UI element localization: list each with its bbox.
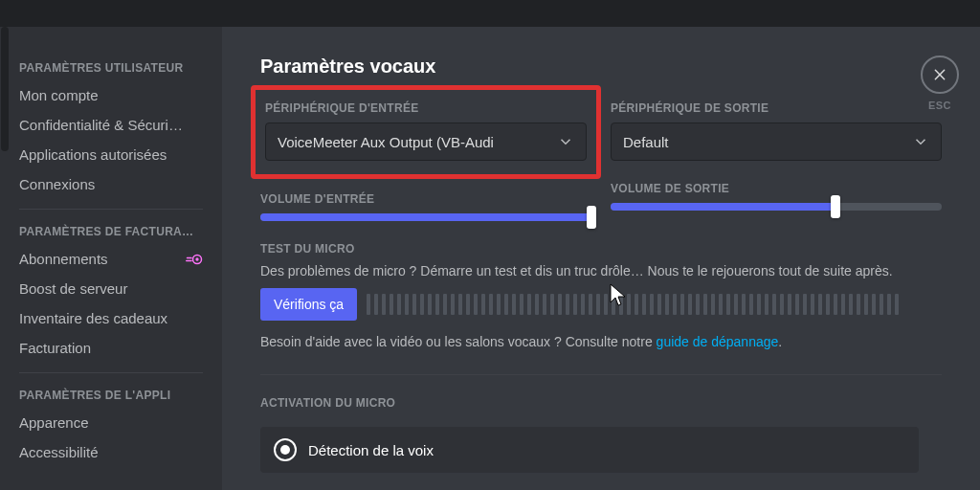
output-volume-label: VOLUME DE SORTIE [611, 182, 942, 195]
mic-test-label: TEST DU MICRO [260, 242, 942, 256]
sidebar-scrollbar-thumb[interactable] [1, 27, 9, 151]
sidebar-separator [19, 209, 203, 210]
settings-content: ESC Paramètres vocaux PÉRIPHÉRIQUE D'ENT… [222, 27, 980, 490]
settings-sidebar: PARAMÈTRES UTILISATEUR Mon compte Confid… [0, 27, 222, 490]
chevron-down-icon [557, 133, 574, 150]
mic-test-desc: Des problèmes de micro ? Démarre un test… [260, 263, 942, 278]
slider-thumb[interactable] [831, 195, 840, 218]
input-device-label: PÉRIPHÉRIQUE D'ENTRÉE [265, 101, 587, 115]
output-device-value: Default [623, 134, 669, 150]
input-volume-slider[interactable] [260, 213, 591, 221]
output-volume-slider[interactable] [611, 203, 942, 211]
sidebar-item-appearance[interactable]: Apparence [10, 408, 212, 437]
mic-test-button[interactable]: Vérifions ça [260, 288, 357, 321]
sidebar-item-authorized-apps[interactable]: Applications autorisées [10, 140, 212, 169]
troubleshoot-link[interactable]: guide de dépannage [657, 334, 779, 349]
output-device-select[interactable]: Default [611, 122, 942, 161]
chevron-down-icon [912, 133, 929, 150]
input-volume-label: VOLUME D'ENTRÉE [260, 192, 591, 206]
sidebar-item-privacy[interactable]: Confidentialité & Sécuri… [10, 110, 212, 140]
esc-label: ESC [921, 100, 959, 111]
sidebar-group-billing: PARAMÈTRES DE FACTURA… [10, 219, 212, 244]
section-separator [260, 374, 942, 375]
output-device-label: PÉRIPHÉRIQUE DE SORTIE [611, 101, 942, 115]
sidebar-item-billing[interactable]: Facturation [10, 333, 212, 363]
mic-activation-label: ACTIVATION DU MICRO [260, 396, 942, 410]
close-icon [932, 67, 947, 82]
sidebar-item-gift-inventory[interactable]: Inventaire des cadeaux [10, 303, 212, 333]
sidebar-item-accessibility[interactable]: Accessibilité [10, 437, 212, 467]
sidebar-separator [19, 372, 203, 373]
voice-activity-label: Détection de la voix [308, 442, 434, 458]
sidebar-group-app: PARAMÈTRES DE L'APPLI [10, 383, 212, 408]
input-device-highlight: PÉRIPHÉRIQUE D'ENTRÉE VoiceMeeter Aux Ou… [251, 85, 601, 179]
input-device-select[interactable]: VoiceMeeter Aux Output (VB-Audi [265, 122, 587, 161]
sidebar-item-connections[interactable]: Connexions [10, 169, 212, 199]
close-button[interactable] [921, 56, 959, 94]
sidebar-item-account[interactable]: Mon compte [10, 80, 212, 110]
slider-thumb[interactable] [587, 206, 596, 229]
page-title: Paramètres vocaux [260, 56, 942, 78]
svg-point-1 [195, 257, 198, 260]
sidebar-item-subscriptions[interactable]: Abonnements [10, 244, 212, 274]
sidebar-group-user: PARAMÈTRES UTILISATEUR [10, 56, 212, 80]
help-text: Besoin d'aide avec la vidéo ou les salon… [260, 334, 942, 349]
nitro-icon [186, 254, 203, 265]
window-titlebar [0, 0, 980, 27]
mic-level-meter [367, 294, 942, 315]
input-device-value: VoiceMeeter Aux Output (VB-Audi [278, 134, 494, 150]
radio-icon [274, 438, 297, 461]
voice-activity-radio[interactable]: Détection de la voix [260, 427, 919, 473]
sidebar-item-server-boost[interactable]: Boost de serveur [10, 274, 212, 303]
